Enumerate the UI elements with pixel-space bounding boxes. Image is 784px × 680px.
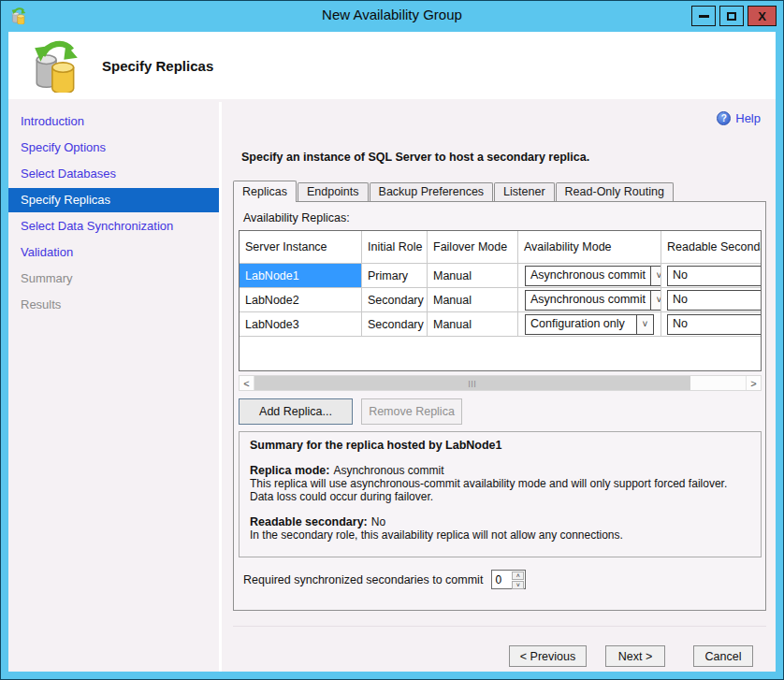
spinner-up-icon[interactable]: ˄ (512, 571, 524, 580)
close-icon: X (758, 10, 766, 22)
tab-read-only-routing[interactable]: Read-Only Routing (556, 182, 674, 201)
availability-replicas-label: Availability Replicas: (243, 211, 758, 224)
cell-availability-mode: Asynchronous commit ˅ (518, 288, 661, 311)
chevron-down-icon[interactable]: ˅ (636, 315, 653, 334)
cell-server-instance[interactable]: LabNode1 (240, 264, 362, 287)
remove-replica-button[interactable]: Remove Replica (361, 398, 462, 425)
readable-secondary-dropdown[interactable]: No (667, 266, 762, 286)
maximize-icon (727, 12, 736, 21)
sidebar-item-introduction[interactable]: Introduction (8, 109, 219, 134)
replica-mode-description: This replica will use asynchronous-commi… (250, 477, 750, 503)
required-secondaries-label: Required synchronized secondaries to com… (243, 573, 483, 586)
cell-availability-mode: Configuration only ˅ (518, 312, 661, 336)
next-button[interactable]: Next > (605, 645, 665, 667)
minimize-button[interactable] (691, 6, 716, 26)
sidebar-item-results: Results (8, 293, 219, 317)
summary-title: Summary for the replica hosted by LabNod… (250, 439, 750, 452)
cell-failover-mode[interactable]: Manual (428, 288, 518, 311)
cell-readable-secondary: No (661, 312, 762, 336)
scrollbar-track[interactable] (690, 376, 746, 390)
grid-header-row: Server Instance Initial Role Failover Mo… (240, 231, 762, 264)
sidebar-item-select-databases[interactable]: Select Databases (8, 162, 219, 186)
previous-button[interactable]: < Previous (509, 645, 587, 667)
scroll-right-arrow-icon[interactable]: > (746, 376, 761, 390)
availability-mode-dropdown[interactable]: Configuration only ˅ (525, 314, 654, 335)
readable-secondary-dropdown[interactable]: No (667, 290, 762, 311)
dropdown-value: Asynchronous commit (526, 291, 650, 310)
cell-failover-mode[interactable]: Manual (428, 312, 518, 336)
replica-summary-box: Summary for the replica hosted by LabNod… (239, 431, 762, 557)
main-panel: ? Help Specify an instance of SQL Server… (222, 102, 776, 672)
page-title: Specify Replicas (102, 58, 213, 74)
horizontal-scrollbar[interactable]: < ||| > (239, 375, 762, 391)
tab-endpoints[interactable]: Endpoints (298, 182, 369, 201)
cancel-button[interactable]: Cancel (693, 645, 753, 667)
column-header-failover-mode[interactable]: Failover Mode (428, 231, 518, 263)
replica-mode-value: Asynchronous commit (333, 464, 443, 477)
cell-initial-role[interactable]: Secondary (362, 288, 428, 311)
chevron-down-icon[interactable]: ˅ (650, 291, 661, 310)
scrollbar-thumb[interactable]: ||| (254, 376, 690, 390)
tab-strip: Replicas Endpoints Backup Preferences Li… (233, 180, 766, 201)
sidebar-item-specify-options[interactable]: Specify Options (8, 136, 219, 160)
minimize-icon (699, 15, 709, 18)
availability-mode-dropdown[interactable]: Asynchronous commit ˅ (525, 290, 661, 311)
readable-secondary-value: No (371, 515, 385, 528)
column-header-server-instance[interactable]: Server Instance (240, 231, 362, 263)
table-row[interactable]: LabNode3 Secondary Manual Configuration … (240, 312, 762, 337)
readable-secondary-line: Readable secondary:No (250, 515, 750, 528)
wizard-steps-sidebar: Introduction Specify Options Select Data… (8, 102, 219, 672)
maximize-button[interactable] (719, 6, 744, 26)
cell-initial-role[interactable]: Primary (362, 264, 428, 287)
window-title: New Availability Group (1, 7, 783, 22)
chevron-down-icon[interactable]: ˅ (650, 267, 661, 285)
wizard-footer: < Previous Next > Cancel (233, 645, 766, 667)
table-row[interactable]: LabNode1 Primary Manual Asynchronous com… (240, 264, 762, 288)
cell-server-instance[interactable]: LabNode3 (240, 312, 362, 336)
cell-server-instance[interactable]: LabNode2 (240, 288, 362, 311)
cell-availability-mode: Asynchronous commit ˅ (518, 264, 661, 287)
add-replica-button[interactable]: Add Replica... (239, 398, 353, 425)
availability-replicas-grid: Server Instance Initial Role Failover Mo… (239, 230, 762, 371)
title-bar[interactable]: New Availability Group X (1, 1, 783, 32)
dropdown-value: Asynchronous commit (526, 267, 650, 285)
cell-readable-secondary: No (661, 288, 762, 311)
cell-failover-mode[interactable]: Manual (428, 264, 518, 287)
cell-readable-secondary: No (661, 264, 762, 287)
database-sync-icon (33, 40, 80, 93)
tab-backup-preferences[interactable]: Backup Preferences (370, 182, 494, 201)
column-header-readable-secondary[interactable]: Readable Secondary (661, 231, 762, 263)
help-label: Help (735, 111, 761, 125)
wizard-header: Specify Replicas (8, 32, 776, 99)
cell-initial-role[interactable]: Secondary (362, 312, 428, 336)
tab-replicas[interactable]: Replicas (233, 181, 297, 202)
availability-mode-dropdown[interactable]: Asynchronous commit ˅ (525, 266, 661, 286)
dropdown-value: Configuration only (526, 315, 636, 334)
sidebar-item-specify-replicas[interactable]: Specify Replicas (8, 188, 219, 212)
sidebar-item-validation[interactable]: Validation (8, 240, 219, 265)
required-secondaries-input[interactable] (492, 571, 511, 588)
sidebar-item-summary: Summary (8, 267, 219, 291)
help-link[interactable]: ? Help (717, 111, 766, 125)
column-header-availability-mode[interactable]: Availability Mode (518, 231, 661, 263)
column-header-initial-role[interactable]: Initial Role (362, 231, 428, 263)
close-button[interactable]: X (748, 6, 777, 26)
sidebar-item-select-data-synchronization[interactable]: Select Data Synchronization (8, 214, 219, 239)
scroll-left-arrow-icon[interactable]: < (240, 376, 254, 390)
required-secondaries-spinner: ˄ ˅ (491, 570, 526, 589)
readable-secondary-dropdown[interactable]: No (667, 314, 762, 335)
instruction-text: Specify an instance of SQL Server to hos… (233, 151, 766, 164)
new-availability-group-window: New Availability Group X Specify Replica… (0, 0, 784, 680)
grid-empty-area (240, 337, 762, 371)
table-row[interactable]: LabNode2 Secondary Manual Asynchronous c… (240, 288, 762, 312)
dialog-frame: Specify Replicas Introduction Specify Op… (8, 32, 776, 672)
replica-mode-label: Replica mode: (250, 464, 329, 477)
replica-mode-line: Replica mode:Asynchronous commit (250, 464, 750, 477)
footer-separator (233, 626, 766, 627)
replicas-tab-panel: Availability Replicas: Server Instance I… (233, 201, 766, 611)
readable-secondary-label: Readable secondary: (250, 515, 368, 528)
readable-secondary-description: In the secondary role, this availability… (250, 528, 750, 542)
spinner-down-icon[interactable]: ˅ (512, 581, 524, 589)
help-icon: ? (717, 111, 731, 125)
tab-listener[interactable]: Listener (494, 182, 554, 201)
